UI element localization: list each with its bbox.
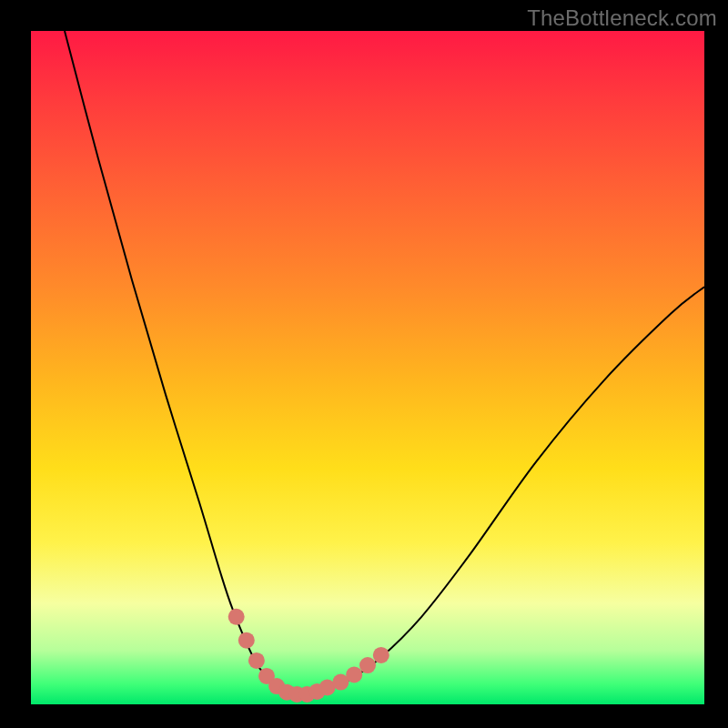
bottleneck-curve (65, 31, 704, 695)
curve-svg (31, 31, 704, 704)
highlight-dot (268, 678, 285, 694)
highlight-dot (309, 683, 326, 700)
highlight-dot (278, 684, 295, 701)
highlight-dot (248, 652, 265, 669)
highlight-dot (258, 668, 275, 684)
highlight-dot (332, 674, 349, 691)
highlight-dot (288, 686, 305, 703)
highlight-dot (319, 680, 336, 696)
highlight-dot (346, 666, 362, 682)
plot-area (31, 31, 704, 704)
highlight-dot (238, 632, 255, 649)
highlight-dot (373, 647, 389, 663)
watermark-text: TheBottleneck.com (527, 5, 717, 31)
highlight-dot (359, 657, 376, 673)
chart-stage: TheBottleneck.com (0, 0, 728, 728)
highlight-dots (228, 609, 389, 703)
highlight-dot (298, 686, 315, 703)
highlight-dot (228, 609, 245, 625)
